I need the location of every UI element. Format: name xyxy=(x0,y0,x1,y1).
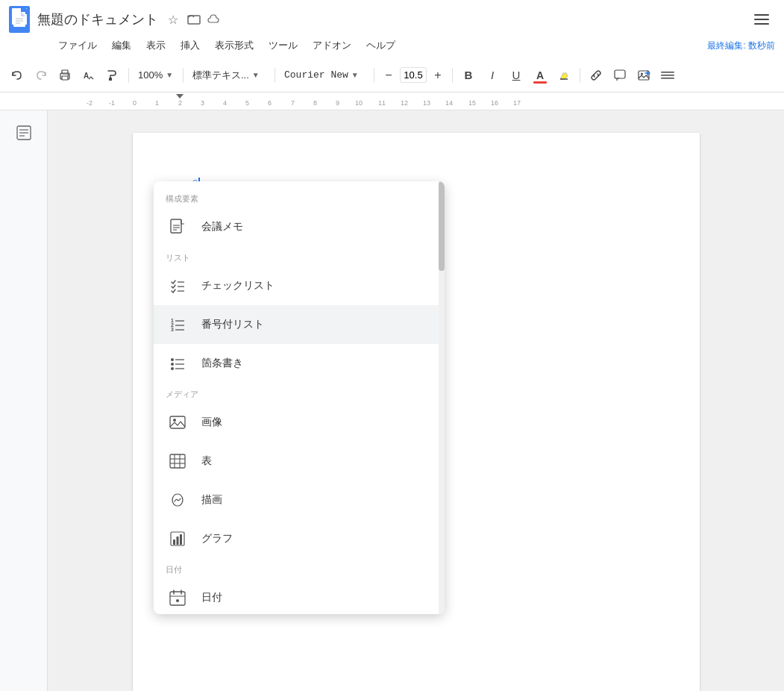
bold-button[interactable]: B xyxy=(457,64,480,87)
menu-insert[interactable]: 挿入 xyxy=(175,36,206,55)
style-select[interactable]: 標準テキス... ▼ xyxy=(188,66,270,85)
print-button[interactable] xyxy=(54,64,76,87)
hamburger-menu-button[interactable] xyxy=(748,6,775,33)
svg-point-42 xyxy=(171,367,174,370)
dropdown-scrollbar-thumb[interactable] xyxy=(439,181,445,271)
svg-rect-7 xyxy=(754,23,769,25)
menu-addons[interactable]: アドオン xyxy=(307,36,357,55)
svg-rect-54 xyxy=(176,537,178,545)
zoom-select[interactable]: 100% ▼ xyxy=(134,66,178,84)
font-size-input[interactable] xyxy=(400,67,427,83)
menu-edit[interactable]: 編集 xyxy=(106,36,137,55)
undo-button[interactable] xyxy=(6,64,28,87)
comment-button[interactable] xyxy=(609,64,631,87)
svg-rect-53 xyxy=(173,540,175,545)
highlight-color-button[interactable] xyxy=(553,64,575,87)
folder-icon[interactable] xyxy=(186,12,201,27)
font-size-area: − + xyxy=(379,66,448,85)
document-outline-icon[interactable] xyxy=(10,119,37,146)
svg-rect-5 xyxy=(754,14,769,16)
svg-point-17 xyxy=(641,72,643,75)
drawing-icon xyxy=(166,488,189,512)
svg-rect-56 xyxy=(170,592,185,605)
link-button[interactable] xyxy=(585,64,607,87)
dropdown-item-checklist[interactable]: チェックリスト xyxy=(154,266,445,305)
svg-rect-46 xyxy=(170,454,185,468)
svg-point-40 xyxy=(171,363,174,366)
document-page[interactable]: @ 構成要素 xyxy=(133,133,700,691)
divider-1 xyxy=(128,68,129,83)
dropdown-scrollbar-track[interactable] xyxy=(439,181,445,614)
checklist-icon xyxy=(166,274,189,298)
meeting-memo-label: 会議メモ xyxy=(201,220,243,234)
divider-3 xyxy=(275,68,275,83)
dropdown-item-date[interactable]: 日付 xyxy=(154,578,445,614)
date-icon xyxy=(166,586,189,610)
section-label-list: リスト xyxy=(154,246,445,266)
zoom-value: 100% xyxy=(138,69,163,81)
menu-format[interactable]: 表示形式 xyxy=(209,36,260,55)
table-label: 表 xyxy=(201,454,212,468)
dropdown-inner: 構成要素 会議メモ xyxy=(154,181,445,614)
graph-label: グラフ xyxy=(201,532,233,545)
divider-5 xyxy=(452,68,453,83)
underline-button[interactable]: U xyxy=(505,64,527,87)
toolbar: A 100% ▼ 標準テキス... ▼ Courier New ▼ − + B … xyxy=(0,58,784,93)
dropdown-item-graph[interactable]: グラフ xyxy=(154,519,445,558)
text-color-button[interactable]: A xyxy=(529,64,551,87)
bullet-list-icon xyxy=(166,351,189,375)
svg-rect-20 xyxy=(661,78,674,79)
table-icon xyxy=(166,449,189,473)
menu-tools[interactable]: ツール xyxy=(263,36,304,55)
bullet-list-label: 箇条書き xyxy=(201,357,243,370)
svg-point-45 xyxy=(173,419,176,422)
checklist-label: チェックリスト xyxy=(201,279,275,293)
last-edited: 最終編集: 数秒前 xyxy=(707,40,775,52)
numbered-list-icon: 1 2 3 xyxy=(166,313,189,337)
date-label: 日付 xyxy=(201,591,222,604)
main-area: @ 構成要素 xyxy=(0,110,784,691)
ruler: -2 -1 0 1 2 3 4 5 6 7 8 9 10 11 12 13 14… xyxy=(0,93,784,110)
decrease-font-size-button[interactable]: − xyxy=(379,66,398,85)
menu-view[interactable]: 表示 xyxy=(140,36,172,55)
svg-rect-18 xyxy=(661,72,674,73)
svg-rect-10 xyxy=(62,76,68,80)
svg-rect-15 xyxy=(615,70,625,78)
graph-icon xyxy=(166,527,189,551)
more-options-button[interactable] xyxy=(656,64,679,87)
section-label-media: メディア xyxy=(154,383,445,403)
title-icons: ☆ xyxy=(166,12,222,27)
font-select[interactable]: Courier New ▼ xyxy=(280,66,369,84)
dropdown-item-numbered-list[interactable]: 1 2 3 番号付リスト xyxy=(154,305,445,344)
menu-file[interactable]: ファイル xyxy=(52,36,103,55)
image-label: 画像 xyxy=(201,416,222,429)
svg-rect-25 xyxy=(171,219,181,233)
section-label-components: 構成要素 xyxy=(154,187,445,207)
numbered-list-label: 番号付リスト xyxy=(201,318,264,331)
insert-image-button[interactable] xyxy=(633,64,655,87)
dropdown-item-image[interactable]: 画像 xyxy=(154,403,445,442)
italic-button[interactable]: I xyxy=(481,64,504,87)
dropdown-item-meeting-memo[interactable]: 会議メモ xyxy=(154,207,445,246)
redo-button[interactable] xyxy=(30,64,52,87)
spellcheck-button[interactable]: A xyxy=(78,64,100,87)
svg-point-60 xyxy=(176,599,179,602)
svg-rect-6 xyxy=(754,19,769,20)
cloud-icon[interactable] xyxy=(207,12,222,27)
increase-font-size-button[interactable]: + xyxy=(428,66,448,85)
svg-point-11 xyxy=(68,74,69,75)
font-arrow: ▼ xyxy=(351,71,359,79)
star-icon[interactable]: ☆ xyxy=(166,12,181,27)
dropdown-item-bullet-list[interactable]: 箇条書き xyxy=(154,344,445,383)
menu-help[interactable]: ヘルプ xyxy=(360,36,401,55)
dropdown-item-drawing[interactable]: 描画 xyxy=(154,481,445,519)
document-area[interactable]: @ 構成要素 xyxy=(48,110,784,691)
image-icon xyxy=(166,410,189,434)
at-menu-dropdown: 構成要素 会議メモ xyxy=(154,181,445,614)
document-title: 無題のドキュメント xyxy=(37,10,158,28)
dropdown-item-table[interactable]: 表 xyxy=(154,442,445,481)
paint-format-button[interactable] xyxy=(101,64,124,87)
divider-4 xyxy=(374,68,374,83)
svg-rect-13 xyxy=(109,78,112,81)
svg-text:3: 3 xyxy=(171,327,174,332)
